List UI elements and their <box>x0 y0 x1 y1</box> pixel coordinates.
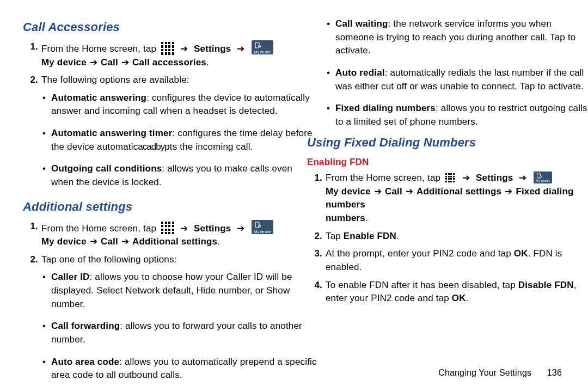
nav-my-device: My device <box>41 57 87 68</box>
nav-my-device: My device <box>326 186 371 197</box>
option-label: Auto redial <box>335 68 385 78</box>
my-device-icon: My device <box>252 40 273 54</box>
step: 2. Tap one of the following options: Cal… <box>23 253 317 382</box>
overlapping-text: acadby <box>138 142 164 152</box>
ok-label: OK <box>452 293 466 303</box>
list-item: Call waiting: the network service inform… <box>326 17 588 58</box>
my-device-icon: My device <box>534 171 552 183</box>
step: 3. At the prompt, enter your PIN2 code a… <box>307 247 588 274</box>
text: From the Home screen, tap <box>41 44 156 54</box>
step: 4. To enable FDN after it has been disab… <box>307 279 588 305</box>
period: . <box>396 231 399 241</box>
text: The following options are available: <box>41 75 189 85</box>
apps-grid-icon <box>161 221 173 233</box>
step: 1. From the Home screen, tap ➔ Settings … <box>23 220 317 249</box>
period: . <box>206 57 209 68</box>
right-column: Call waiting: the network service inform… <box>307 16 588 310</box>
text: Tap one of the following options: <box>41 254 177 265</box>
step: 2. Tap Enable FDN. <box>307 230 588 243</box>
text: Tap <box>326 231 344 241</box>
list-item: Caller ID: allows you to choose how your… <box>41 271 317 311</box>
option-label: Automatic answering <box>51 93 146 103</box>
nav-call: Call <box>101 236 118 247</box>
heading-additional-settings: Additional settings <box>23 198 317 216</box>
step: 2. The following options are available: … <box>23 74 317 189</box>
period: . <box>217 236 220 247</box>
list-item: Fixed dialing numbers: allows you to res… <box>326 102 588 128</box>
ok-label: OK <box>514 248 528 259</box>
option-desc: pts the incoming call. <box>164 142 253 152</box>
list-item: Automatic answering: configures the devi… <box>41 91 317 118</box>
nav-call-accessories: Call accessories <box>132 57 206 68</box>
page-footer: Changing Your Settings 136 <box>438 366 562 379</box>
nav-settings: Settings <box>194 223 231 234</box>
nav-call: Call <box>385 186 402 197</box>
option-label: Fixed dialing numbers <box>335 103 436 113</box>
step: 1. From the Home screen, tap ➔ Settings … <box>307 171 588 225</box>
nav-additional-settings: Additional settings <box>416 186 501 197</box>
left-column: Call Accessories 1. From the Home screen… <box>23 16 317 391</box>
text: From the Home screen, tap <box>41 223 156 234</box>
nav-additional-settings: Additional settings <box>132 236 217 247</box>
list-item: Auto redial: automatically redials the l… <box>326 66 588 93</box>
period: . <box>365 213 368 223</box>
manual-page: Call Accessories 1. From the Home screen… <box>0 0 588 392</box>
option-label: Outgoing call conditions <box>51 163 162 174</box>
nav-my-device: My device <box>41 236 87 247</box>
my-device-icon: My device <box>252 220 273 234</box>
option-label: Call waiting <box>335 19 388 29</box>
list-item: Outgoing call conditions: allows you to … <box>41 162 317 189</box>
apps-grid-icon <box>445 173 455 182</box>
heading-enabling-fdn: Enabling FDN <box>307 156 588 169</box>
nav-settings: Settings <box>194 44 231 54</box>
chapter-title: Changing Your Settings <box>438 368 531 377</box>
step: 1. From the Home screen, tap ➔ Settings … <box>23 40 317 69</box>
option-label: Caller ID <box>51 272 90 282</box>
list-item: Auto area code: allows you to automatica… <box>41 356 317 382</box>
option-label: Automatic answering timer <box>51 128 172 138</box>
text: From the Home screen, tap <box>326 173 440 183</box>
list-item: Call forwarding: allows you to forward y… <box>41 320 317 346</box>
period: . <box>466 293 469 303</box>
nav-call: Call <box>101 57 118 68</box>
disable-fdn: Disable FDN <box>518 280 574 290</box>
option-label: Auto area code <box>51 357 119 367</box>
apps-grid-icon <box>161 41 173 53</box>
text: To enable FDN after it has been disabled… <box>326 280 518 290</box>
svg-point-5 <box>540 176 542 178</box>
page-number: 136 <box>547 368 562 377</box>
list-item: Automatic answering timer: configures th… <box>41 127 317 154</box>
heading-call-accessories: Call Accessories <box>23 19 317 36</box>
text: At the prompt, enter your PIN2 code and … <box>326 248 514 259</box>
nav-settings: Settings <box>476 173 513 183</box>
heading-using-fdn: Using Fixed Dialing Numbers <box>307 134 588 151</box>
enable-fdn: Enable FDN <box>344 231 396 241</box>
nav-numbers: numbers <box>326 213 365 223</box>
option-label: Call forwarding <box>51 321 120 331</box>
